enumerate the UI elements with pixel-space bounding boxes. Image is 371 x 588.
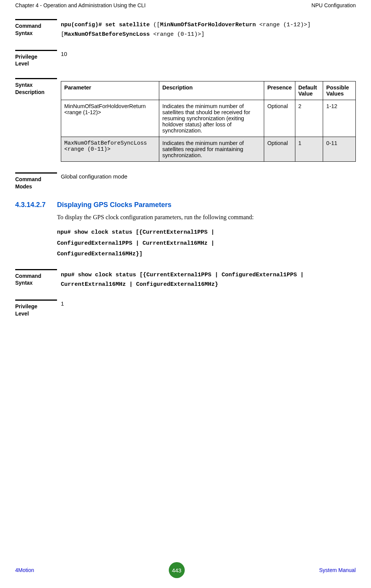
section-number: 4.3.14.2.7 xyxy=(15,201,57,209)
divider xyxy=(15,50,57,51)
spec-block-3: Command ModesGlobal configuration mode xyxy=(15,172,356,190)
divider xyxy=(15,269,57,270)
divider xyxy=(15,19,57,20)
spec2-label-col: Privilege Level xyxy=(15,300,61,317)
table-row: MaxNumOfSatBeforeSyncLoss <range (0-11)>… xyxy=(61,137,356,162)
spec-label: Privilege Level xyxy=(15,53,57,68)
parameter-table: ParameterDescriptionPresenceDefault Valu… xyxy=(61,81,356,162)
spec-label-col: Command Syntax xyxy=(15,19,61,37)
spec2-label-col: Command Syntax xyxy=(15,269,61,287)
section-code: npu# show clock status [{CurrentExternal… xyxy=(57,227,356,260)
footer-left: 4Motion xyxy=(15,567,34,573)
table-cell: MinNumOfSatForHoldoverReturn <range (1-1… xyxy=(61,100,159,137)
table-cell: 1 xyxy=(295,137,323,162)
code-line: ConfiguredExternal16MHz}] xyxy=(57,249,356,260)
spec2-block-0: Command Syntaxnpu# show clock status [{C… xyxy=(15,269,356,289)
table-row: MinNumOfSatForHoldoverReturn <range (1-1… xyxy=(61,100,356,137)
spec-label: Command Syntax xyxy=(15,22,57,37)
table-cell: MaxNumOfSatBeforeSyncLoss <range (0-11)> xyxy=(61,137,159,162)
specs2-container: Command Syntaxnpu# show clock status [{C… xyxy=(15,269,356,317)
spec-block-2: Syntax DescriptionParameterDescriptionPr… xyxy=(15,78,356,162)
spec-content: 10 xyxy=(61,50,356,57)
section-title: Displaying GPS Clocks Parameters xyxy=(57,201,171,209)
spec2-block-1: Privilege Level1 xyxy=(15,300,356,317)
spec2-label: Command Syntax xyxy=(15,272,57,287)
table-header-cell: Default Value xyxy=(295,81,323,100)
spec-content: ParameterDescriptionPresenceDefault Valu… xyxy=(61,78,356,162)
spec-label: Syntax Description xyxy=(15,81,57,96)
page-footer: 4Motion 443 System Manual xyxy=(15,562,356,578)
section-heading: 4.3.14.2.7 Displaying GPS Clocks Paramet… xyxy=(15,201,356,209)
table-cell: 2 xyxy=(295,100,323,137)
spec-label-col: Syntax Description xyxy=(15,78,61,96)
table-header-cell: Presence xyxy=(264,81,295,100)
spec-block-1: Privilege Level10 xyxy=(15,50,356,68)
header-left: Chapter 4 - Operation and Administration… xyxy=(15,2,146,8)
spec-label-col: Command Modes xyxy=(15,172,61,190)
spec2-content: 1 xyxy=(61,300,356,307)
divider xyxy=(15,172,57,174)
table-cell: Indicates the minimum number of satellit… xyxy=(159,100,264,137)
table-header-cell: Possible Values xyxy=(323,81,356,100)
code-line: ConfiguredExternal1PPS | CurrentExtrnal1… xyxy=(57,238,356,249)
table-header-row: ParameterDescriptionPresenceDefault Valu… xyxy=(61,81,356,100)
spec-label: Command Modes xyxy=(15,176,57,190)
specs-container: Command Syntaxnpu(config)# set satellite… xyxy=(15,19,356,190)
command-syntax-text: npu(config)# set satellite ([MinNumOfSat… xyxy=(61,20,356,39)
page-number-badge: 443 xyxy=(169,562,185,578)
section-body: To display the GPS clock configuration p… xyxy=(57,213,356,222)
table-cell: 0-11 xyxy=(323,137,356,162)
spec-label-col: Privilege Level xyxy=(15,50,61,68)
table-cell: Indicates the minimum number of satellit… xyxy=(159,137,264,162)
table-cell: 1-12 xyxy=(323,100,356,137)
table-cell: Optional xyxy=(264,137,295,162)
spec2-label: Privilege Level xyxy=(15,303,57,317)
footer-right: System Manual xyxy=(319,567,356,573)
table-cell: Optional xyxy=(264,100,295,137)
table-header-cell: Parameter xyxy=(61,81,159,100)
code-line: npu# show clock status [{CurrentExternal… xyxy=(57,227,356,238)
table-header-cell: Description xyxy=(159,81,264,100)
divider xyxy=(15,300,57,301)
page-header: Chapter 4 - Operation and Administration… xyxy=(15,0,356,19)
spec2-content: npu# show clock status [{CurrentExternal… xyxy=(61,269,356,289)
spec-block-0: Command Syntaxnpu(config)# set satellite… xyxy=(15,19,356,39)
spec-content: npu(config)# set satellite ([MinNumOfSat… xyxy=(61,19,356,39)
header-right: NPU Configuration xyxy=(311,2,356,8)
spec-content: Global configuration mode xyxy=(61,172,356,180)
divider xyxy=(15,78,57,79)
command-syntax-text: npu# show clock status [{CurrentExternal… xyxy=(61,270,356,289)
